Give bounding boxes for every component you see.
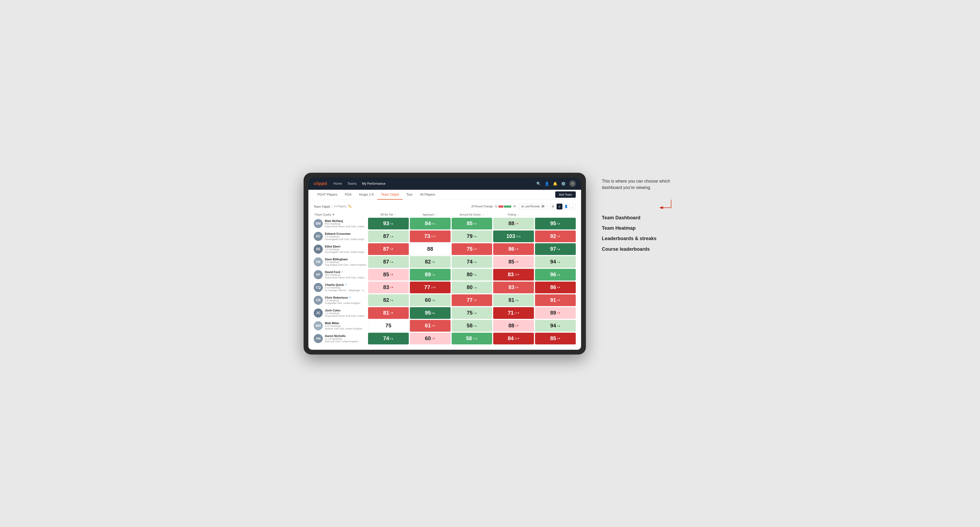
col-header-tee[interactable]: Off the Tee →: [368, 213, 409, 217]
nav-link-teams[interactable]: Teams: [347, 181, 356, 187]
score-change: 4▲: [474, 324, 477, 327]
player-avatar: CR: [314, 296, 323, 305]
score-cell-tee: 84 6▲: [410, 218, 450, 229]
score-change: 1▼: [515, 222, 519, 225]
view-person-btn[interactable]: 👤: [563, 204, 569, 210]
player-details: Aaron Nicholls 11-15 Handicap Drift Golf…: [325, 334, 358, 343]
player-row[interactable]: CQ Charlie Quick ✓ 6-10 Handicap St. Geo…: [314, 282, 576, 293]
score-change: 15▲: [516, 235, 521, 238]
player-row[interactable]: JC Josh Coles 1-5 Handicap Royal North D…: [314, 307, 576, 319]
score-cell-approach: 85 8▲: [452, 218, 492, 229]
subnav-pgat[interactable]: PGAT Players: [314, 190, 341, 200]
player-row[interactable]: DB Dave Billingham 1-5 Handicap Gog Mago…: [314, 256, 576, 268]
player-club: Royal North Devon Golf Club, United King…: [325, 225, 367, 228]
score-cell-around: 88 1▼: [493, 218, 534, 229]
subnav-pga[interactable]: PGA: [341, 190, 355, 200]
view-download-btn[interactable]: ↓: [570, 204, 576, 210]
player-info: CQ Charlie Quick ✓ 6-10 Handicap St. Geo…: [314, 282, 367, 293]
score-cell-quality: 87 3▼: [368, 243, 409, 255]
score-value: 74: [466, 259, 473, 265]
score-value: 92: [550, 233, 556, 239]
score-cell-around: 84 21▼: [493, 333, 534, 344]
score-cell-putting: 97 5▲: [535, 243, 576, 255]
person-icon[interactable]: 👤: [545, 181, 549, 186]
view-table-btn[interactable]: ≡: [557, 204, 562, 210]
last-rounds-button[interactable]: ⊞ Last Rounds: 20: [519, 204, 547, 209]
edit-icon[interactable]: ✏️: [348, 205, 352, 208]
table-controls: Team Clippd | 14 Players ✏️ 20 Round Cha…: [314, 203, 576, 211]
settings-icon[interactable]: ⚙️: [561, 181, 566, 186]
subnav-all-players[interactable]: All Players: [416, 190, 439, 200]
player-info: CR Chris Robertson ✓ 1-5 Handicap Craigm…: [314, 295, 367, 306]
score-change: 1▼: [432, 337, 435, 340]
verified-icon: ✓: [341, 271, 343, 273]
col-header-putting[interactable]: Putting →: [493, 213, 534, 217]
player-handicap: 1-5 Handicap: [325, 312, 367, 314]
subnav-hcaps[interactable]: Hcaps 1-5: [355, 190, 377, 200]
arrow-svg: [655, 199, 676, 210]
avatar[interactable]: U: [570, 181, 576, 187]
player-row[interactable]: EE Elliot Ebert 1-5 Handicap Sunningdale…: [314, 243, 576, 255]
score-cell-quality: 93 9▲: [368, 218, 409, 229]
player-club: Gog Magog Golf Club, United Kingdom: [325, 264, 366, 266]
bar-red: [498, 205, 503, 208]
score-value: 95: [550, 221, 556, 227]
controls-right: 20 Round Change -5 +5 ⊞ Last Rounds: 20: [471, 204, 576, 210]
player-avatar: DF: [314, 270, 323, 279]
score-value: 85: [383, 271, 389, 278]
score-change: 10▲: [473, 337, 478, 340]
player-row[interactable]: AN Aaron Nicholls 11-15 Handicap Drift G…: [314, 333, 576, 344]
player-row[interactable]: MM Matt Miller 6-10 Handicap Woburn Golf…: [314, 320, 576, 332]
player-info: MM Matt Miller 6-10 Handicap Woburn Golf…: [314, 320, 367, 332]
player-details: Elliot Ebert 1-5 Handicap Sunningdale Go…: [325, 245, 367, 253]
score-change: 4▼: [557, 337, 561, 340]
score-cell-tee: 73 11▼: [410, 230, 450, 242]
col-header-approach[interactable]: Approach →: [410, 213, 450, 217]
subnav-team-clippd[interactable]: Team Clippd: [377, 190, 402, 200]
player-handicap: Plus Handicap: [325, 274, 367, 276]
add-team-button[interactable]: Add Team: [555, 191, 576, 198]
annotation-item-1: Team Heatmap: [602, 225, 676, 231]
score-cell-tee: 82 4▲: [410, 256, 450, 268]
player-count: |: [332, 205, 332, 208]
score-cell-around: 71 11▼: [493, 307, 534, 319]
score-value: 97: [550, 246, 556, 252]
score-cell-quality: 87 1▲: [368, 230, 409, 242]
view-grid-btn[interactable]: ⊞: [550, 204, 556, 210]
nav-link-performance[interactable]: My Performance: [362, 181, 385, 187]
score-value: 73: [424, 233, 430, 239]
score-value: 58: [466, 335, 472, 341]
score-value: 74: [383, 335, 389, 341]
score-cell-putting: 95 9▲: [535, 218, 576, 229]
score-cell-around: 83 10▼: [493, 269, 534, 281]
score-value: 87: [383, 246, 389, 252]
nav-link-home[interactable]: Home: [333, 181, 342, 187]
score-change: 1▲: [390, 235, 394, 238]
col-header-around[interactable]: Around the Green →: [452, 213, 492, 217]
score-change: 2▼: [515, 324, 519, 327]
change-bar: [498, 205, 511, 208]
score-cell-putting: 85 4▼: [535, 333, 576, 344]
bell-icon[interactable]: 🔔: [553, 181, 557, 186]
tablet-screen: clippd Home Teams My Performance 🔍 👤 🔔 ⚙…: [309, 178, 581, 350]
player-handicap: 11-15 Handicap: [325, 338, 358, 340]
subnav-tour[interactable]: Tour: [402, 190, 416, 200]
player-row[interactable]: EC Edward Crossman 1-5 Handicap Sunningd…: [314, 230, 576, 242]
player-handicap: 1-5 Handicap: [325, 248, 367, 251]
score-value: 84: [425, 221, 431, 227]
player-handicap: 6-10 Handicap: [325, 325, 362, 327]
player-row[interactable]: BM Blair McHarg Plus Handicap Royal Nort…: [314, 218, 576, 229]
score-cell-approach: 75 2▲: [452, 307, 492, 319]
player-row[interactable]: CR Chris Robertson ✓ 1-5 Handicap Craigm…: [314, 294, 576, 306]
score-cell-putting: 94 1▲: [535, 256, 576, 268]
score-cell-quality: 82 3▲: [368, 294, 409, 306]
player-info: EE Elliot Ebert 1-5 Handicap Sunningdale…: [314, 243, 367, 255]
player-row[interactable]: DF David Ford ✓ Plus Handicap Royal Nort…: [314, 269, 576, 281]
search-icon[interactable]: 🔍: [536, 181, 541, 186]
player-club: Sunningdale Golf Club, United Kingdom: [325, 251, 367, 253]
score-value: 91: [550, 297, 556, 303]
score-value: 85: [508, 259, 514, 265]
col-header-player[interactable]: Player Quality ▼: [314, 213, 367, 217]
score-cell-quality: 87 4▲: [368, 256, 409, 268]
player-name: Charlie Quick ✓: [325, 283, 367, 286]
